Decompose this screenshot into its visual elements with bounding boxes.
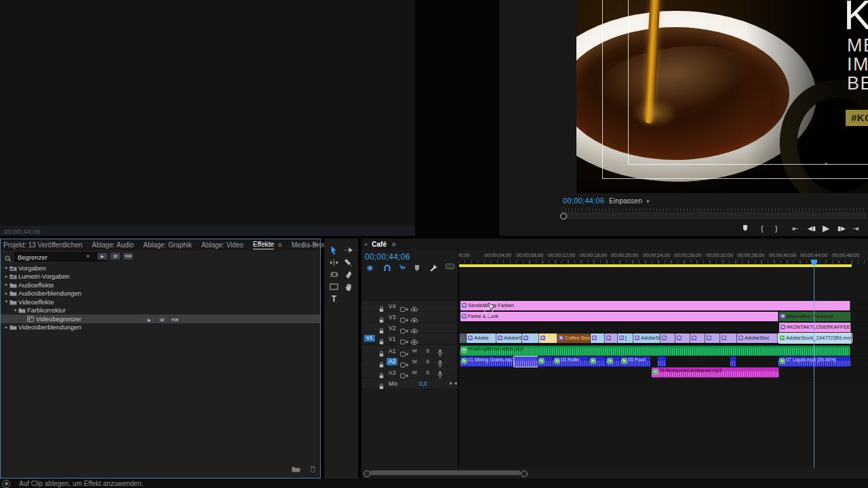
track-header-v3[interactable]: V3 xyxy=(361,312,456,322)
tab-ablage-audio[interactable]: Ablage: Audio xyxy=(92,241,134,249)
razor-tool[interactable] xyxy=(341,256,355,268)
snap-magnet-icon[interactable] xyxy=(383,262,391,274)
step-back-button[interactable]: ◀▮ xyxy=(808,224,816,233)
tree-item-vorgaben[interactable]: ▸Vorgaben xyxy=(1,264,320,272)
program-scrubber[interactable] xyxy=(561,212,867,220)
timeline-panel-menu-icon[interactable]: ≡ xyxy=(392,241,396,248)
solo-button[interactable]: S xyxy=(426,369,429,375)
clip-v1[interactable]: fx xyxy=(690,333,705,343)
ripple-edit-tool[interactable] xyxy=(327,256,341,268)
clip-v1[interactable]: fx xyxy=(539,333,557,343)
clip-farbe-look[interactable]: fxFarbe & Look xyxy=(460,312,778,321)
slip-tool[interactable] xyxy=(327,268,341,281)
clip-wi[interactable]: Wi xyxy=(460,333,467,343)
captions-icon[interactable]: CC xyxy=(446,264,454,269)
chevron-collapsed-icon[interactable]: ▸ xyxy=(3,282,9,287)
tree-item-audioeffekte[interactable]: ▸Audioeffekte xyxy=(1,281,320,289)
step-forward-button[interactable]: ▮▶ xyxy=(837,224,846,233)
tree-item-videobegrenzer[interactable]: Videobegrenzer▶32YUV xyxy=(1,314,320,323)
scrollbar-thumb[interactable] xyxy=(370,470,521,475)
type-tool[interactable]: T xyxy=(327,293,341,305)
tab-ablage-graphik[interactable]: Ablage: Graphik xyxy=(143,241,192,249)
clip-a2[interactable]: fx xyxy=(589,357,606,367)
tab-projekt-13-ver-ffentlichen[interactable]: Projekt: 13 Veröffentlichen xyxy=(3,241,83,249)
yuv-effects-badge[interactable]: YUV xyxy=(123,253,133,260)
tree-item-video-berblendungen[interactable]: ▸Videoüberblendungen xyxy=(1,323,320,332)
clip-a2[interactable] xyxy=(658,357,667,367)
playhead-line[interactable] xyxy=(814,264,814,468)
effects-panel-menu-icon[interactable]: ≡ xyxy=(278,241,282,249)
timeline-timecode[interactable]: 00;00;44;06 xyxy=(365,252,410,262)
pen-tool[interactable] xyxy=(341,268,355,281)
mix-gain-value[interactable]: 0,0 xyxy=(419,380,427,387)
tree-item-audio-berblendungen[interactable]: ▸Audioüberblendungen xyxy=(1,289,320,298)
chevron-expanded-icon[interactable]: ▾ xyxy=(3,299,9,304)
tab-ablage-video[interactable]: Ablage: Video xyxy=(201,241,243,249)
zoom-level-select[interactable]: Einpassen▾ xyxy=(609,197,650,205)
tree-item-videoeffekte[interactable]: ▾Videoeffekte xyxy=(1,298,320,306)
clip-adobe[interactable]: fxAdobe xyxy=(467,333,496,343)
chevron-collapsed-icon[interactable]: ▸ xyxy=(3,265,9,270)
clip-adobestock-194772359-mov-20[interactable]: fxAdobeStock_194772359.mov [20 xyxy=(778,333,852,343)
search-input[interactable] xyxy=(14,252,106,262)
tree-item-farbkorrektur[interactable]: ▾Farbkorrektur xyxy=(1,306,320,315)
clip-[interactable]: fx[ xyxy=(618,333,633,343)
close-icon[interactable]: × xyxy=(364,241,368,248)
clip-01-mixing-grains-mp3[interactable]: fx01 Mixing Grains.mp3 xyxy=(460,357,513,367)
clip-alternative-packshot[interactable]: fxAlternative Packshot xyxy=(779,312,851,321)
source-patch-v1[interactable]: V1 xyxy=(364,335,375,342)
track-select-forward-tool[interactable] xyxy=(341,244,355,256)
clip-v1[interactable]: fx xyxy=(591,333,605,343)
timeline-settings-wrench-icon[interactable] xyxy=(429,262,437,274)
32bit-color-badge[interactable]: 32 xyxy=(111,253,120,260)
solo-button[interactable]: S xyxy=(426,359,429,365)
clip-adobesto[interactable]: fxAdobeSto xyxy=(633,333,660,343)
chevron-collapsed-icon[interactable]: ▸ xyxy=(3,325,9,330)
mute-button[interactable]: M xyxy=(412,359,417,365)
track-header-v4[interactable]: V4 xyxy=(361,301,456,311)
clip-a2[interactable] xyxy=(514,357,538,367)
track-header-mix[interactable]: Mix0,0 xyxy=(361,378,456,388)
mark-out-button[interactable]: } xyxy=(775,224,778,233)
track-lock-icon[interactable] xyxy=(378,380,384,392)
goto-out-button[interactable]: ⇥ xyxy=(852,224,859,233)
linked-selection-icon[interactable] xyxy=(399,262,407,274)
add-marker-icon[interactable] xyxy=(414,262,420,274)
rectangle-tool[interactable] xyxy=(327,281,341,293)
sequence-tab[interactable]: Café xyxy=(372,241,387,248)
time-ruler[interactable]: ;00;0000;00;04;0000;00;08;0000;00;12;000… xyxy=(458,250,868,260)
clip-v1[interactable]: fx xyxy=(675,333,690,343)
clip-v1[interactable]: fx xyxy=(660,333,675,343)
chevron-expanded-icon[interactable]: ▾ xyxy=(12,308,18,313)
clip-v1[interactable]: fx xyxy=(605,333,618,343)
selection-tool[interactable] xyxy=(327,244,341,256)
hand-tool[interactable] xyxy=(341,281,355,293)
clip-kontaktloserkaffee[interactable]: fx#KONTAKTLOSERKAFFEE xyxy=(779,323,851,332)
trash-icon[interactable] xyxy=(310,463,316,474)
new-bin-icon[interactable] xyxy=(292,463,300,474)
clip-03-rollin[interactable]: fx03 Rollin xyxy=(553,357,589,367)
clip-06-restaurant-ambiance-mp3[interactable]: fx06 Restaurant Ambiance.mp3 xyxy=(652,367,779,378)
scroll-zoom-handle-right[interactable] xyxy=(521,470,528,477)
panel-overflow-icon[interactable]: » xyxy=(313,241,317,248)
tab-effekte[interactable]: Effekte xyxy=(253,241,274,249)
work-area-bar[interactable] xyxy=(459,264,852,267)
chevron-collapsed-icon[interactable]: ▸ xyxy=(3,291,9,296)
accelerated-effects-badge[interactable]: ▶ xyxy=(98,253,107,260)
clip-05-pouri[interactable]: fx05 Pouri xyxy=(620,357,651,367)
mute-button[interactable]: M xyxy=(412,369,417,375)
search-clear-icon[interactable]: × xyxy=(86,253,90,260)
program-scrubber-handle[interactable] xyxy=(560,213,567,220)
clip-v1[interactable]: fx xyxy=(705,333,720,343)
clip-adobestoc[interactable]: fxAdobeStoc xyxy=(737,333,778,343)
program-timecode[interactable]: 00;00;44;06 xyxy=(563,197,604,205)
clip-a2[interactable] xyxy=(730,357,736,367)
solo-button[interactable]: S xyxy=(426,348,429,354)
clip-a2[interactable]: fx xyxy=(538,357,553,367)
clip-v1[interactable]: fx xyxy=(522,333,539,343)
mark-in-button[interactable]: { xyxy=(761,224,764,233)
track-header-v1[interactable]: V1V1 xyxy=(361,333,456,344)
track-header-a1[interactable]: A1MS xyxy=(361,346,456,356)
tree-item-lumetri-vorgaben[interactable]: ▸Lumetri-Vorgaben xyxy=(1,272,320,281)
nest-toggle-icon[interactable] xyxy=(366,262,374,274)
